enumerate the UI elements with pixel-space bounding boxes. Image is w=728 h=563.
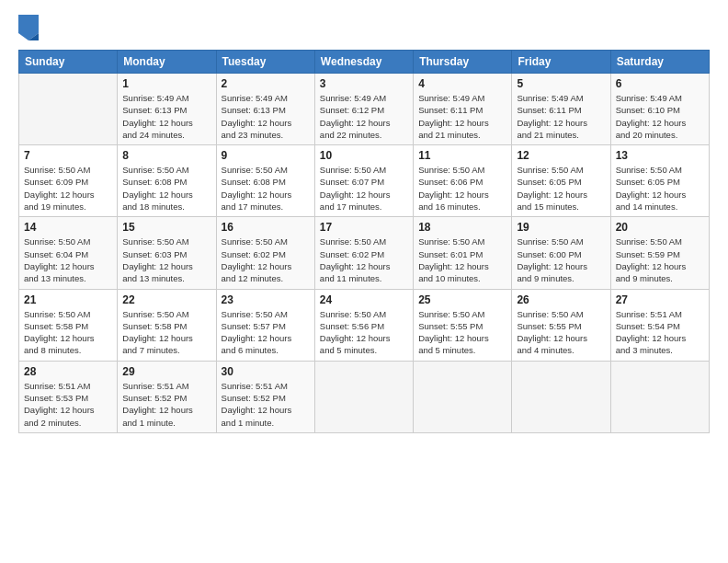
day-info: Sunrise: 5:49 AM Sunset: 6:11 PM Dayligh… — [517, 92, 605, 141]
day-number: 6 — [616, 77, 704, 90]
calendar-cell: 18Sunrise: 5:50 AM Sunset: 6:01 PM Dayli… — [414, 217, 512, 289]
day-number: 10 — [320, 149, 408, 162]
day-info: Sunrise: 5:50 AM Sunset: 6:08 PM Dayligh… — [122, 164, 210, 213]
day-info: Sunrise: 5:50 AM Sunset: 6:07 PM Dayligh… — [320, 164, 408, 213]
calendar-cell: 7Sunrise: 5:50 AM Sunset: 6:09 PM Daylig… — [19, 145, 118, 217]
calendar-cell: 14Sunrise: 5:50 AM Sunset: 6:04 PM Dayli… — [19, 217, 118, 289]
day-info: Sunrise: 5:50 AM Sunset: 5:55 PM Dayligh… — [418, 308, 506, 357]
calendar-cell: 3Sunrise: 5:49 AM Sunset: 6:12 PM Daylig… — [314, 74, 413, 145]
day-number: 23 — [222, 293, 310, 306]
day-number: 5 — [517, 77, 605, 90]
calendar-cell: 24Sunrise: 5:50 AM Sunset: 5:56 PM Dayli… — [314, 289, 413, 361]
day-info: Sunrise: 5:50 AM Sunset: 5:55 PM Dayligh… — [517, 308, 605, 357]
day-number: 17 — [320, 221, 408, 234]
day-number: 11 — [418, 149, 506, 162]
calendar-cell: 15Sunrise: 5:50 AM Sunset: 6:03 PM Dayli… — [118, 217, 216, 289]
column-header-wednesday: Wednesday — [314, 51, 413, 74]
day-info: Sunrise: 5:49 AM Sunset: 6:11 PM Dayligh… — [418, 92, 506, 141]
day-info: Sunrise: 5:50 AM Sunset: 5:58 PM Dayligh… — [122, 308, 210, 357]
day-info: Sunrise: 5:51 AM Sunset: 5:52 PM Dayligh… — [122, 380, 210, 429]
calendar-cell: 1Sunrise: 5:49 AM Sunset: 6:13 PM Daylig… — [118, 74, 216, 145]
day-number: 25 — [418, 293, 506, 306]
day-number: 7 — [24, 149, 112, 162]
calendar-cell — [314, 361, 413, 432]
calendar-cell: 20Sunrise: 5:50 AM Sunset: 5:59 PM Dayli… — [610, 217, 709, 289]
day-number: 3 — [320, 77, 408, 90]
calendar-cell — [414, 361, 512, 432]
calendar-cell: 6Sunrise: 5:49 AM Sunset: 6:10 PM Daylig… — [610, 74, 709, 145]
day-info: Sunrise: 5:50 AM Sunset: 5:59 PM Dayligh… — [616, 236, 704, 284]
calendar-cell: 12Sunrise: 5:50 AM Sunset: 6:05 PM Dayli… — [512, 145, 610, 217]
calendar-cell: 28Sunrise: 5:51 AM Sunset: 5:53 PM Dayli… — [19, 361, 118, 432]
week-row-5: 28Sunrise: 5:51 AM Sunset: 5:53 PM Dayli… — [19, 361, 710, 432]
header — [18, 15, 710, 40]
column-header-sunday: Sunday — [19, 51, 118, 74]
calendar-cell: 22Sunrise: 5:50 AM Sunset: 5:58 PM Dayli… — [118, 289, 216, 361]
day-info: Sunrise: 5:50 AM Sunset: 6:00 PM Dayligh… — [517, 236, 605, 284]
day-number: 1 — [122, 77, 210, 90]
day-info: Sunrise: 5:50 AM Sunset: 5:58 PM Dayligh… — [24, 308, 112, 357]
day-info: Sunrise: 5:49 AM Sunset: 6:10 PM Dayligh… — [616, 92, 704, 141]
logo-icon — [18, 15, 39, 40]
day-info: Sunrise: 5:50 AM Sunset: 6:02 PM Dayligh… — [320, 236, 408, 284]
day-number: 22 — [122, 293, 210, 306]
day-number: 14 — [24, 221, 112, 234]
calendar-cell: 11Sunrise: 5:50 AM Sunset: 6:06 PM Dayli… — [414, 145, 512, 217]
calendar-cell: 13Sunrise: 5:50 AM Sunset: 6:05 PM Dayli… — [610, 145, 709, 217]
column-header-friday: Friday — [512, 51, 610, 74]
calendar-header-row: SundayMondayTuesdayWednesdayThursdayFrid… — [19, 51, 710, 74]
calendar-cell — [512, 361, 610, 432]
logo — [18, 15, 42, 40]
day-number: 21 — [24, 293, 112, 306]
calendar-cell: 2Sunrise: 5:49 AM Sunset: 6:13 PM Daylig… — [216, 74, 314, 145]
day-number: 19 — [517, 221, 605, 234]
calendar-cell: 17Sunrise: 5:50 AM Sunset: 6:02 PM Dayli… — [314, 217, 413, 289]
day-number: 27 — [616, 293, 704, 306]
day-info: Sunrise: 5:49 AM Sunset: 6:13 PM Dayligh… — [222, 92, 310, 141]
week-row-1: 1Sunrise: 5:49 AM Sunset: 6:13 PM Daylig… — [19, 74, 710, 145]
day-info: Sunrise: 5:51 AM Sunset: 5:52 PM Dayligh… — [222, 380, 310, 429]
day-number: 2 — [222, 77, 310, 90]
day-number: 8 — [122, 149, 210, 162]
week-row-2: 7Sunrise: 5:50 AM Sunset: 6:09 PM Daylig… — [19, 145, 710, 217]
day-info: Sunrise: 5:50 AM Sunset: 6:02 PM Dayligh… — [222, 236, 310, 284]
day-info: Sunrise: 5:49 AM Sunset: 6:13 PM Dayligh… — [122, 92, 210, 141]
calendar-cell: 23Sunrise: 5:50 AM Sunset: 5:57 PM Dayli… — [216, 289, 314, 361]
day-info: Sunrise: 5:50 AM Sunset: 6:06 PM Dayligh… — [418, 164, 506, 213]
day-number: 4 — [418, 77, 506, 90]
calendar-cell — [19, 74, 118, 145]
day-number: 24 — [320, 293, 408, 306]
calendar-cell: 4Sunrise: 5:49 AM Sunset: 6:11 PM Daylig… — [414, 74, 512, 145]
calendar-cell: 25Sunrise: 5:50 AM Sunset: 5:55 PM Dayli… — [414, 289, 512, 361]
calendar-cell — [610, 361, 709, 432]
day-info: Sunrise: 5:50 AM Sunset: 6:05 PM Dayligh… — [517, 164, 605, 213]
calendar-cell: 19Sunrise: 5:50 AM Sunset: 6:00 PM Dayli… — [512, 217, 610, 289]
day-number: 12 — [517, 149, 605, 162]
calendar-cell: 9Sunrise: 5:50 AM Sunset: 6:08 PM Daylig… — [216, 145, 314, 217]
day-info: Sunrise: 5:50 AM Sunset: 6:09 PM Dayligh… — [24, 164, 112, 213]
calendar-cell: 5Sunrise: 5:49 AM Sunset: 6:11 PM Daylig… — [512, 74, 610, 145]
day-number: 13 — [616, 149, 704, 162]
column-header-monday: Monday — [118, 51, 216, 74]
day-info: Sunrise: 5:50 AM Sunset: 6:04 PM Dayligh… — [24, 236, 112, 284]
calendar-cell: 21Sunrise: 5:50 AM Sunset: 5:58 PM Dayli… — [19, 289, 118, 361]
calendar-cell: 8Sunrise: 5:50 AM Sunset: 6:08 PM Daylig… — [118, 145, 216, 217]
week-row-4: 21Sunrise: 5:50 AM Sunset: 5:58 PM Dayli… — [19, 289, 710, 361]
day-number: 30 — [222, 365, 310, 378]
day-info: Sunrise: 5:50 AM Sunset: 6:08 PM Dayligh… — [222, 164, 310, 213]
day-info: Sunrise: 5:50 AM Sunset: 6:03 PM Dayligh… — [122, 236, 210, 284]
column-header-thursday: Thursday — [414, 51, 512, 74]
day-number: 15 — [122, 221, 210, 234]
day-number: 26 — [517, 293, 605, 306]
day-number: 29 — [122, 365, 210, 378]
calendar-cell: 26Sunrise: 5:50 AM Sunset: 5:55 PM Dayli… — [512, 289, 610, 361]
calendar-cell: 10Sunrise: 5:50 AM Sunset: 6:07 PM Dayli… — [314, 145, 413, 217]
day-number: 9 — [222, 149, 310, 162]
day-info: Sunrise: 5:50 AM Sunset: 6:01 PM Dayligh… — [418, 236, 506, 284]
day-number: 16 — [222, 221, 310, 234]
week-row-3: 14Sunrise: 5:50 AM Sunset: 6:04 PM Dayli… — [19, 217, 710, 289]
day-info: Sunrise: 5:50 AM Sunset: 5:57 PM Dayligh… — [222, 308, 310, 357]
day-info: Sunrise: 5:50 AM Sunset: 6:05 PM Dayligh… — [616, 164, 704, 213]
page: SundayMondayTuesdayWednesdayThursdayFrid… — [0, 0, 728, 563]
day-info: Sunrise: 5:50 AM Sunset: 5:56 PM Dayligh… — [320, 308, 408, 357]
